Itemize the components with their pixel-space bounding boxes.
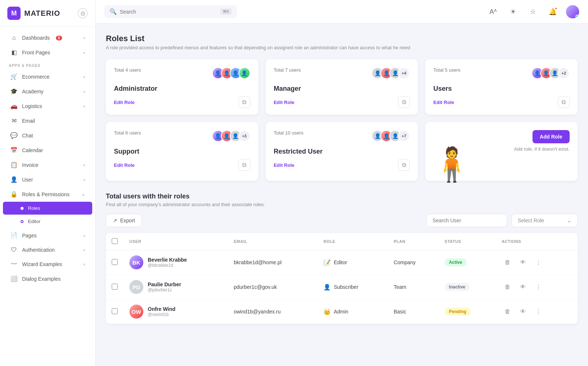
status-badge: Active — [445, 258, 467, 266]
sidebar-item-calendar[interactable]: 📅 Calendar — [3, 143, 92, 157]
copy-button[interactable]: ⧉ — [398, 96, 410, 108]
wizard-icon: 〰 — [10, 261, 18, 268]
edit-role-link-users[interactable]: Edit Role — [433, 100, 454, 105]
table-row: BK Beverlie Krabbe @bkrabbe1d bkrabbe1d@… — [106, 250, 578, 275]
more-button[interactable]: ⋮ — [533, 281, 544, 293]
select-role-dropdown[interactable]: Select Role ⌄ — [512, 214, 578, 227]
favorites-button[interactable]: ☆ — [526, 5, 539, 18]
search-icon: 🔍 — [110, 8, 117, 15]
add-role-description: Add role, if it doesn't exist. — [514, 146, 570, 152]
user-name: Paulie Durber — [148, 281, 181, 287]
sidebar-item-label: Email — [22, 118, 35, 124]
sidebar-item-ecommerce[interactable]: 🛒 Ecommerce › — [3, 69, 92, 84]
notifications-button[interactable]: 🔔 — [546, 5, 559, 18]
front-pages-icon: ◧ — [10, 49, 18, 56]
chevron-right-icon: › — [83, 262, 85, 266]
sidebar-item-roles-permissions[interactable]: 🔒 Roles & Permissions ⌄ — [3, 187, 92, 201]
search-user-input[interactable] — [426, 214, 507, 227]
delete-button[interactable]: 🗑 — [502, 281, 513, 293]
row-checkbox[interactable] — [112, 284, 118, 290]
sidebar-item-label: Wizard Examples — [22, 261, 62, 267]
search-box[interactable]: 🔍 ⌘K — [104, 5, 237, 18]
row-checkbox[interactable] — [112, 308, 118, 314]
edit-role-link-support[interactable]: Edit Role — [114, 162, 135, 168]
dashboard-badge: 5 — [56, 36, 62, 40]
logistics-icon: 🚗 — [10, 103, 18, 110]
sidebar-item-permissions[interactable]: Editor — [3, 215, 92, 228]
customize-button[interactable]: ⊙ — [78, 8, 88, 18]
chevron-right-icon: › — [83, 177, 85, 182]
search-input[interactable] — [120, 9, 218, 15]
sidebar-item-label: Authentication — [22, 247, 55, 253]
role-avatar-extra: +7 — [398, 130, 410, 142]
sidebar-item-logistics[interactable]: 🚗 Logistics › — [3, 99, 92, 113]
user-cell: PD Paulie Durber @pdurber1c — [129, 280, 222, 294]
sidebar-nav: ⌂ Dashboards 5 › ◧ Front Pages › APPS & … — [0, 27, 95, 290]
view-button[interactable]: 👁 — [517, 256, 529, 268]
sidebar-item-chat[interactable]: 💬 Chat — [3, 128, 92, 143]
edit-role-link-restricted[interactable]: Edit Role — [274, 162, 294, 168]
user-handle: @owind1b — [148, 312, 175, 317]
avatar[interactable] — [566, 5, 579, 18]
edit-role-link-manager[interactable]: Edit Role — [274, 100, 294, 105]
sidebar-item-academy[interactable]: 🎓 Academy › — [3, 84, 92, 98]
chevron-right-icon: › — [83, 50, 85, 55]
role-icon: 📝 — [323, 259, 331, 266]
chevron-right-icon: › — [83, 89, 85, 94]
role-card-support: Total 6 users 👤 👤 👤 +3 Support Edit Role… — [106, 122, 258, 181]
chevron-down-icon: ⌄ — [567, 218, 571, 223]
avatar-online-indicator — [576, 15, 579, 18]
sidebar-item-label: Ecommerce — [22, 74, 50, 80]
sidebar-item-dashboards[interactable]: ⌂ Dashboards 5 › — [3, 31, 92, 45]
user-email: bkrabbe1d@home.pl — [228, 250, 318, 275]
sidebar-item-authentication[interactable]: 🛡 Authentication › — [3, 243, 92, 257]
select-all-checkbox[interactable] — [112, 238, 118, 244]
sidebar-item-email[interactable]: ✉ Email — [3, 114, 92, 128]
delete-button[interactable]: 🗑 — [502, 256, 513, 268]
sidebar-item-roles[interactable]: Roles — [3, 202, 92, 215]
role-user-count: Total 10 users — [274, 130, 304, 136]
edit-role-link-admin[interactable]: Edit Role — [114, 100, 135, 105]
search-kbd: ⌘K — [220, 8, 232, 15]
table-toolbar: ↗ Export Select Role ⌄ — [106, 214, 578, 227]
role-user-count: Total 7 users — [274, 67, 301, 73]
theme-button[interactable]: ☀ — [506, 5, 520, 18]
copy-button[interactable]: ⧉ — [239, 96, 250, 108]
role-avatars: 👤 👤 👤 +7 — [372, 130, 410, 142]
view-button[interactable]: 👁 — [517, 281, 529, 293]
copy-button[interactable]: ⧉ — [239, 159, 250, 171]
sidebar-item-label: Front Pages — [22, 50, 50, 55]
view-button[interactable]: 👁 — [517, 306, 529, 317]
col-status: STATUS — [439, 233, 496, 250]
export-button[interactable]: ↗ Export — [106, 214, 142, 227]
copy-button[interactable]: ⧉ — [398, 159, 410, 171]
sidebar-item-user[interactable]: 👤 User › — [3, 172, 92, 187]
more-button[interactable]: ⋮ — [533, 256, 544, 268]
table-row: OW Onfre Wind @owind1b owind1b@yandex.ru… — [106, 299, 578, 324]
sidebar-item-invoice[interactable]: 📋 Invoice › — [3, 158, 92, 172]
lock-icon: 🔒 — [10, 191, 18, 198]
delete-button[interactable]: 🗑 — [502, 306, 513, 317]
col-email: EMAIL — [228, 233, 318, 250]
role-icon: 👑 — [323, 308, 331, 315]
role-avatars: 👤 👤 👤 +4 — [372, 67, 410, 79]
sidebar-item-pages[interactable]: 📄 Pages › — [3, 228, 92, 243]
calendar-icon: 📅 — [10, 147, 18, 154]
sidebar-item-wizard-examples[interactable]: 〰 Wizard Examples › — [3, 257, 92, 271]
role-label: Editor — [334, 259, 347, 265]
user-email: pdurber1c@gov.uk — [228, 275, 318, 299]
role-user-count: Total 4 users — [114, 67, 141, 73]
role-cell: 📝 Editor — [323, 259, 382, 266]
more-button[interactable]: ⋮ — [533, 306, 544, 317]
user-name: Beverlie Krabbe — [148, 257, 187, 263]
row-checkbox[interactable] — [112, 259, 118, 265]
page-title: Roles List — [106, 34, 578, 43]
sidebar-item-label: Roles & Permissions — [22, 191, 69, 197]
export-label: Export — [120, 218, 135, 223]
copy-button[interactable]: ⧉ — [558, 96, 570, 108]
user-plan: Team — [388, 275, 438, 299]
sidebar-item-front-pages[interactable]: ◧ Front Pages › — [3, 45, 92, 60]
sidebar-item-dialog-examples[interactable]: ⬜ Dialog Examples — [3, 272, 92, 286]
translate-button[interactable]: Aᴬ — [487, 5, 500, 18]
add-role-button[interactable]: Add Role — [533, 130, 570, 143]
